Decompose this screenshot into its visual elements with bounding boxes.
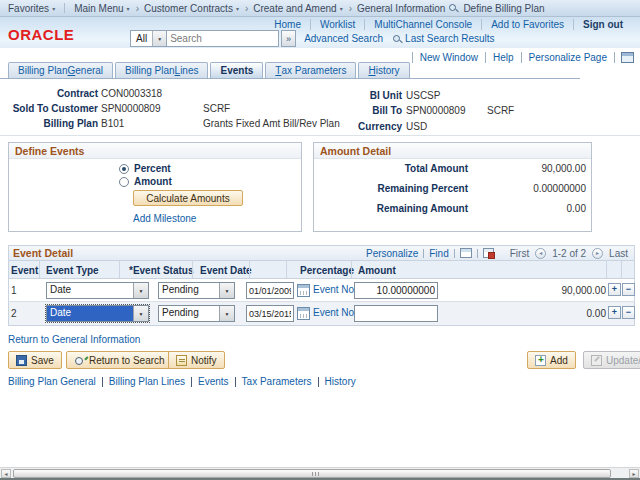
event-detail-header: Event Detail Personalize Find First ◄ 1-… [8, 245, 635, 261]
footer-link-billing-plan-general[interactable]: Billing Plan General [8, 376, 96, 387]
new-window-link[interactable]: New Window [420, 52, 478, 63]
billing-plan-label: Billing Plan [8, 118, 98, 129]
multichannel-console-link[interactable]: MultiChannel Console [364, 19, 481, 30]
breadcrumb-item-main-menu[interactable]: Main Menu ▾ [74, 3, 129, 14]
billing-plan-description: Grants Fixed Amt Bill/Rev Plan [203, 118, 340, 129]
chevron-down-icon: ▾ [236, 5, 239, 12]
scroll-left-button[interactable]: ◄ [1, 469, 11, 478]
add-button[interactable]: Add [527, 351, 576, 369]
breadcrumb-item-favorites[interactable]: Favorites ▾ [8, 3, 55, 14]
event-date-input[interactable] [246, 282, 294, 299]
search-go-button[interactable]: » [281, 30, 296, 47]
new-window-icon[interactable] [621, 52, 634, 63]
advanced-search-link[interactable]: Advanced Search [304, 33, 383, 44]
calendar-icon[interactable] [297, 307, 310, 320]
search-bar: All ▼ » Advanced Search Last Search Resu… [130, 30, 495, 47]
grid-bottom-border [8, 325, 635, 326]
event-type-select[interactable]: Date ▼ [46, 282, 149, 299]
first-link[interactable]: First [510, 248, 529, 259]
footer-link-billing-plan-lines[interactable]: Billing Plan Lines [109, 376, 185, 387]
amount-radio-label[interactable]: Amount [134, 176, 172, 187]
breadcrumb-item-create-and-amend[interactable]: Create and Amend ▾ [253, 3, 342, 14]
event-status-select[interactable]: Pending ▼ [158, 305, 235, 322]
tab-tax-parameters[interactable]: Tax Parameters [265, 62, 356, 78]
personalize-page-link[interactable]: Personalize Page [529, 52, 607, 63]
percent-radio[interactable] [119, 164, 129, 174]
bi-unit-value: USCSP [406, 90, 440, 101]
sold-to-customer-name: SCRF [203, 103, 230, 114]
page-tabs: Billing Plan General Billing Plan Lines … [8, 62, 412, 78]
breadcrumb-item-general-information[interactable]: General Information [357, 3, 458, 14]
add-icon [535, 355, 546, 366]
tab-events[interactable]: Events [210, 62, 263, 78]
last-link[interactable]: Last [609, 248, 628, 259]
amount-value: 90,000.00 [489, 285, 606, 296]
worklist-link[interactable]: Worklist [310, 19, 364, 30]
delete-row-button[interactable]: − [622, 283, 635, 296]
event-row-2: 2 Date ▼ Pending ▼ Event Note 0.00 + − [8, 302, 635, 325]
event-type-select[interactable]: Date ▼ [46, 305, 149, 322]
scrollbar-thumb[interactable] [13, 469, 611, 478]
bi-unit-label: BI Unit [330, 90, 402, 101]
view-all-icon[interactable] [460, 248, 472, 258]
grid-toolbar: Personalize Find First ◄ 1-2 of 2 ► Last [366, 248, 634, 259]
contract-label: Contract [8, 88, 98, 99]
event-number: 1 [11, 285, 17, 296]
currency-label: Currency [330, 121, 402, 132]
remaining-amount-value: 0.00 [472, 203, 586, 214]
percent-radio-label[interactable]: Percent [134, 163, 171, 174]
tab-billing-plan-general[interactable]: Billing Plan General [8, 62, 113, 78]
add-row-button[interactable]: + [608, 283, 621, 296]
footer-link-history[interactable]: History [325, 376, 356, 387]
find-link[interactable]: Find [429, 248, 448, 259]
event-detail-title: Event Detail [9, 247, 73, 259]
add-to-favorites-link[interactable]: Add to Favorites [481, 19, 573, 30]
notify-button[interactable]: Notify [168, 351, 225, 369]
home-link[interactable]: Home [265, 19, 310, 30]
sign-out-link[interactable]: Sign out [573, 19, 632, 30]
search-scope-select[interactable]: All ▼ [130, 30, 167, 47]
next-page-icon[interactable]: ► [592, 248, 603, 259]
add-milestone-link[interactable]: Add Milestone [133, 213, 196, 224]
return-to-general-information-link[interactable]: Return to General Information [8, 334, 140, 345]
col-percentage: Percentage [279, 265, 354, 276]
last-search-results-link[interactable]: Last Search Results [405, 33, 495, 44]
add-row-button[interactable]: + [608, 306, 621, 319]
footer-link-events[interactable]: Events [198, 376, 229, 387]
col-event-type: Event Type [46, 265, 99, 276]
last-search-results-icon [392, 34, 402, 44]
breadcrumb-label: Customer Contracts [144, 3, 233, 14]
amount-radio-row[interactable]: Amount [119, 176, 172, 187]
save-button[interactable]: Save [8, 351, 62, 369]
delete-row-button[interactable]: − [622, 306, 635, 319]
tab-billing-plan-lines[interactable]: Billing Plan Lines [115, 62, 208, 78]
remaining-percent-label: Remaining Percent [314, 183, 468, 194]
breadcrumb-item-customer-contracts[interactable]: Customer Contracts ▾ [144, 3, 239, 14]
chevron-down-icon: ▼ [152, 31, 166, 46]
calendar-icon[interactable] [297, 284, 310, 297]
event-date-input[interactable] [246, 305, 294, 322]
percentage-input[interactable] [354, 282, 438, 299]
oracle-logo: ORACLE [8, 26, 74, 43]
footer-link-tax-parameters[interactable]: Tax Parameters [242, 376, 312, 387]
search-icon[interactable] [448, 3, 458, 13]
header-band: Home Worklist MultiChannel Console Add t… [0, 17, 640, 48]
amount-radio[interactable] [119, 177, 129, 187]
return-to-search-button[interactable]: Return to Search [66, 351, 173, 369]
download-grid-icon[interactable] [483, 248, 494, 258]
contract-value: CON0003318 [101, 88, 162, 99]
event-status-select[interactable]: Pending ▼ [158, 282, 235, 299]
scroll-right-button[interactable]: ► [629, 469, 639, 478]
sold-to-customer-label: Sold To Customer [8, 103, 98, 114]
percentage-input[interactable] [354, 305, 438, 322]
calculate-amounts-button[interactable]: Calculate Amounts [133, 190, 243, 206]
horizontal-scrollbar: ◄ ► [0, 467, 640, 478]
help-link[interactable]: Help [493, 52, 514, 63]
bill-to-value: SPN0000809 [406, 105, 466, 116]
search-input[interactable] [167, 30, 279, 47]
remaining-percent-value: 0.00000000 [472, 183, 586, 194]
personalize-link[interactable]: Personalize [366, 248, 418, 259]
tab-history[interactable]: History [358, 62, 409, 78]
percent-radio-row[interactable]: Percent [119, 163, 171, 174]
previous-page-icon[interactable]: ◄ [535, 248, 546, 259]
